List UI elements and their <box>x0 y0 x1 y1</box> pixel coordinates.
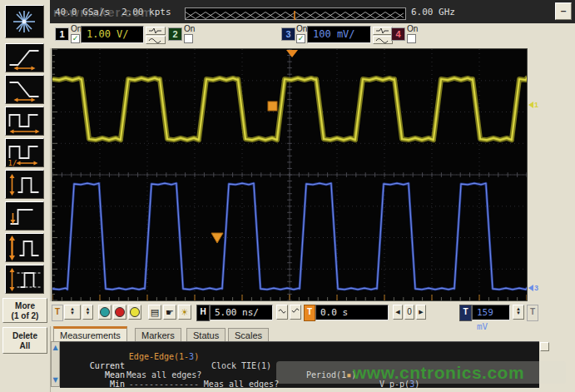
v-peak-peak-icon[interactable] <box>5 265 44 294</box>
scroll-up-icon[interactable]: ▲ <box>52 345 59 351</box>
vertical-spinner[interactable]: ▲▼ <box>64 305 81 320</box>
channel-1-scale[interactable]: 1.00 V/ <box>81 26 144 43</box>
trigger-level-display[interactable]: 159 mV <box>472 305 510 320</box>
table-row-current: Current Meas all edges? Meas all edges? … <box>60 352 539 361</box>
touch-button[interactable]: ☛ <box>163 305 176 320</box>
svg-text:1/: 1/ <box>8 159 17 166</box>
table-scrollbar[interactable]: ▲ ▼ <box>51 341 60 387</box>
teal-marker-icon <box>100 307 110 317</box>
sample-rate: 40.0 GSa/s <box>55 7 110 17</box>
scroll-down-icon[interactable]: ▼ <box>52 377 59 384</box>
delete-all-button[interactable]: Delete All <box>2 327 47 354</box>
channel-4-on-label: On <box>407 24 418 33</box>
results-tabs: Measurements Markers Status Scales <box>52 326 526 341</box>
memory-depth: 2.00 kpts <box>121 7 171 17</box>
trigger-t-icon: T <box>52 305 63 321</box>
channel-1-marker-arrow <box>528 102 533 108</box>
wave-small-icon <box>278 307 286 315</box>
channel-3-scale[interactable]: 100 mV/ <box>307 26 371 43</box>
tab-measurements[interactable]: Measurements <box>53 326 127 341</box>
tab-scales[interactable]: Scales <box>228 328 269 341</box>
red-marker-icon <box>115 307 125 317</box>
status-bar: 40.0 GSa/s 2.00 kpts 6.00 GHz – <box>50 0 575 23</box>
channel-1-coupling-ac-button[interactable] <box>146 27 166 35</box>
rise-time-icon[interactable] <box>5 43 44 72</box>
sun-icon: ☀ <box>181 307 189 317</box>
agilent-logo[interactable] <box>5 5 44 38</box>
oscilloscope-screen: 1/ <box>0 0 575 392</box>
wave-mode-button[interactable] <box>290 305 301 320</box>
more-label: More <box>3 301 47 311</box>
channel-3-on-label: On <box>296 24 307 33</box>
trigger-button[interactable]: T <box>459 305 472 321</box>
channel-3-button[interactable]: 3 <box>281 27 295 41</box>
screen-copy-icon: ▤ <box>151 307 159 317</box>
channel-1-marker-label: 1 <box>534 101 538 109</box>
tab-markers[interactable]: Markers <box>135 328 181 341</box>
horizontal-button[interactable]: H <box>196 305 210 321</box>
channel-3-level-marker[interactable]: 3 <box>528 284 538 292</box>
channel-2-checkbox[interactable] <box>184 34 193 43</box>
channel-3-coupling-dc-button[interactable] <box>373 36 393 44</box>
fine-spinner[interactable]: ▲▼ <box>82 305 93 320</box>
marker-b-button[interactable] <box>113 305 126 320</box>
channel-3-coupling-ac-button[interactable] <box>373 27 393 35</box>
table-header-row: Edge-Edge(1-3) Clock TIE(1) Period(1▪) V… <box>60 343 539 352</box>
tab-status[interactable]: Status <box>186 328 226 341</box>
channel-controls: 1 On ✓ 1.00 V/ 2 On 3 On ✓ 100 mV/ 4 On <box>50 23 575 48</box>
marker-c-button[interactable] <box>128 305 141 320</box>
brightness-button[interactable]: ☀ <box>178 305 191 320</box>
zoom-mode-button[interactable] <box>276 305 288 320</box>
channel-1-checkbox[interactable]: ✓ <box>71 34 80 43</box>
bandwidth: 6.00 GHz <box>411 7 455 17</box>
channel-3-marker-label: 3 <box>534 284 538 292</box>
trigger-t-right-icon: T <box>527 305 538 321</box>
channel-3-marker-arrow <box>528 285 533 291</box>
trigger-level-spinner[interactable]: ▲▼ <box>513 305 524 320</box>
minimize-button[interactable]: – <box>555 2 572 20</box>
channel-3-coupling <box>373 27 393 45</box>
delete-label: Delete <box>3 331 47 341</box>
table-row-min: Min -------------- -------------- 7.3340… <box>60 370 539 380</box>
measurement-sidebar: 1/ <box>0 0 51 392</box>
channel-1-coupling-dc-button[interactable] <box>146 36 166 44</box>
hand-icon: ☛ <box>166 307 174 317</box>
v-amplitude-icon[interactable] <box>5 170 44 199</box>
acquisition-preview[interactable] <box>185 7 406 20</box>
delay-display[interactable]: 0.0 s <box>315 305 389 320</box>
pan-left-button[interactable]: ◀ <box>393 305 403 320</box>
frequency-icon[interactable]: 1/ <box>5 138 44 167</box>
zero-delay-button[interactable]: 0 <box>404 305 414 320</box>
period-icon[interactable] <box>5 107 44 136</box>
pan-right-button[interactable]: ▶ <box>416 305 426 320</box>
screen-copy-button[interactable]: ▤ <box>148 305 161 320</box>
channel-2-button[interactable]: 2 <box>168 27 182 41</box>
timebase-display[interactable]: 5.00 ns/ <box>210 305 273 320</box>
channel-4-checkbox[interactable] <box>407 34 416 43</box>
channel-1-coupling <box>146 27 166 45</box>
marker-a-button[interactable] <box>98 305 112 320</box>
yellow-marker-icon <box>130 307 140 317</box>
table-corner-button[interactable] <box>540 342 549 351</box>
channel-1-button[interactable]: 1 <box>55 27 69 41</box>
more-button[interactable]: More (1 of 2) <box>2 298 47 323</box>
more-page: (1 of 2) <box>3 311 47 321</box>
delete-label2: All <box>3 341 47 351</box>
waveform-display[interactable] <box>52 48 528 301</box>
table-row-mean: Mean -------------- -------------- 7.994… <box>60 361 539 370</box>
channel-2-on-label: On <box>184 24 195 33</box>
trigger-time-icon: T <box>304 305 315 321</box>
wave-small-icon-2 <box>291 307 300 315</box>
horizontal-toolbar: T ▲▼ ▲▼ ▤ ☛ ☀ H 5.00 ns/ T 0.0 s ◀ 0 ▶ T… <box>50 301 575 326</box>
channel-1-level-marker[interactable]: 1 <box>528 101 538 109</box>
v-top-icon[interactable] <box>5 233 44 262</box>
measurements-table: Edge-Edge(1-3) Clock TIE(1) Period(1▪) V… <box>60 341 539 388</box>
channel-4-button[interactable]: 4 <box>391 27 405 41</box>
table-row-max: Max -------------- -------------- 8.6656… <box>60 380 539 388</box>
v-base-icon[interactable] <box>5 201 44 231</box>
channel-3-checkbox[interactable]: ✓ <box>296 34 305 43</box>
fall-time-icon[interactable] <box>5 75 44 104</box>
